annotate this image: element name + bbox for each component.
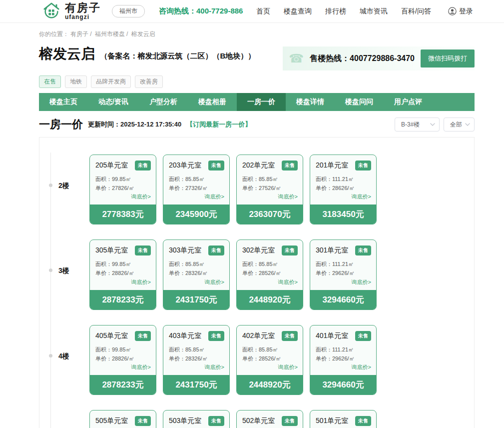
unit-meta: 面积：85.85㎡ 单价：27326/㎡: [169, 174, 224, 192]
unit-card[interactable]: 203单元室 未售 面积：85.85㎡ 单价：27326/㎡ 询底价> 2345…: [163, 154, 230, 224]
unit-card[interactable]: 403单元室 未售 面积：85.85㎡ 单价：28326/㎡ 询底价> 2431…: [163, 325, 230, 395]
inquiry-price-link[interactable]: 询底价>: [316, 278, 371, 286]
status-badge: 未售: [135, 331, 151, 341]
total-price: 3183450元: [310, 204, 376, 224]
unit-card-body: 205单元室 未售 面积：99.85㎡ 单价：27826/㎡ 询底价>: [90, 155, 156, 204]
tab-details[interactable]: 楼盘详情: [286, 93, 335, 111]
tab-qa[interactable]: 楼盘问问: [335, 93, 384, 111]
unit-card[interactable]: 502单元室 未售 面积：85.85㎡ 单价：28826/㎡ 询底价> 2474…: [236, 410, 303, 428]
tab-unit-price[interactable]: 一房一价: [237, 93, 286, 111]
total-price: 2878233元: [90, 375, 156, 394]
unit-price-value: 28526/㎡: [259, 356, 281, 362]
unit-price-value: 29626/㎡: [332, 270, 355, 276]
unit-price-value: 28326/㎡: [185, 356, 208, 362]
inquiry-price-link[interactable]: 询底价>: [242, 193, 298, 200]
status-select[interactable]: 全部: [444, 118, 475, 132]
unit-card[interactable]: 503单元室 未售 面积：85.85㎡ 单价：28626/㎡ 询底价> 2457…: [163, 410, 230, 428]
unit-price-value: 28826/㎡: [112, 270, 134, 276]
chevron-down-icon: [430, 123, 435, 126]
nav-ranking[interactable]: 排行榜: [325, 7, 346, 16]
subscribe-link[interactable]: 【订阅最新一房一价】: [186, 120, 251, 129]
unit-card[interactable]: 205单元室 未售 面积：99.85㎡ 单价：27826/㎡ 询底价> 2778…: [89, 154, 156, 224]
inquiry-price-link[interactable]: 询底价>: [169, 193, 224, 200]
nav-wiki-qa[interactable]: 百科/问答: [401, 7, 431, 16]
breadcrumb-home[interactable]: 有房子: [70, 30, 88, 38]
tab-floorplan[interactable]: 户型分析: [139, 93, 188, 111]
unit-card[interactable]: 305单元室 未售 面积：99.85㎡ 单价：28826/㎡ 询底价> 2878…: [89, 240, 156, 310]
nav-city-news[interactable]: 城市资讯: [360, 7, 388, 16]
breadcrumb-city-listings[interactable]: 福州市楼盘: [95, 30, 125, 38]
inquiry-price-link[interactable]: 询底价>: [169, 278, 224, 286]
login-label: 登录: [459, 7, 473, 16]
timeline-dot: [49, 184, 52, 187]
unit-card[interactable]: 505单元室 未售 面积：99.85㎡ 单价：29126/㎡ 询底价> 2908…: [89, 410, 156, 428]
floor-row: 3楼 305单元室 未售 面积：99.85㎡ 单价：28826/㎡ 询底价> 2…: [39, 240, 474, 310]
unit-name: 502单元室: [242, 416, 275, 426]
area-value: 99.85㎡: [112, 176, 131, 182]
unit-price-value: 28826/㎡: [112, 356, 134, 362]
inquiry-price-link[interactable]: 询底价>: [169, 364, 224, 371]
logo-title: 有房子: [65, 2, 101, 14]
inquiry-price-link[interactable]: 询底价>: [95, 364, 151, 371]
timeline-dot: [49, 268, 52, 272]
filters: B-3#楼 全部: [395, 118, 475, 132]
tab-news[interactable]: 动态/资讯: [88, 93, 139, 111]
floor-row: 5楼 505单元室 未售 面积：99.85㎡ 单价：29126/㎡ 询底价> 2…: [39, 410, 474, 428]
update-time-label: 更新时间：: [88, 120, 120, 128]
inquiry-price-link[interactable]: 询底价>: [95, 278, 151, 286]
unit-meta: 面积：85.85㎡ 单价：28526/㎡: [242, 260, 298, 278]
unit-price-label: 单价：: [169, 185, 185, 191]
unit-card[interactable]: 402单元室 未售 面积：85.85㎡ 单价：28526/㎡ 询底价> 2448…: [236, 325, 303, 395]
area-value: 85.85㎡: [259, 261, 278, 267]
unit-card-body: 202单元室 未售 面积：85.85㎡ 单价：27526/㎡ 询底价>: [237, 155, 303, 204]
wechat-scan-call-button[interactable]: 微信扫码拨打: [421, 50, 475, 68]
area-label: 面积：: [316, 176, 332, 182]
unit-price-label: 单价：: [242, 356, 259, 362]
breadcrumb-separator: /: [126, 30, 128, 38]
unit-card[interactable]: 401单元室 未售 面积：111.21㎡ 单价：29626/㎡ 询底价> 329…: [310, 325, 377, 395]
tag-brand-developer: 品牌开发商: [91, 76, 131, 88]
status-badge: 未售: [355, 331, 371, 341]
city-selector[interactable]: 福州市: [112, 5, 145, 18]
area-label: 面积：: [242, 261, 259, 267]
area-label: 面积：: [169, 176, 185, 182]
building-select[interactable]: B-3#楼: [395, 118, 440, 132]
top-nav: 首页 楼盘查询 排行榜 城市资讯 百科/问答: [256, 7, 431, 16]
inquiry-price-link[interactable]: 询底价>: [242, 278, 298, 286]
unit-card[interactable]: 201单元室 未售 面积：111.21㎡ 单价：28626/㎡ 询底价> 318…: [310, 154, 377, 224]
total-price: 3294660元: [310, 290, 376, 310]
floor-row: 4楼 405单元室 未售 面积：99.85㎡ 单价：28826/㎡ 询底价> 2…: [39, 325, 474, 395]
login-button[interactable]: 登录: [448, 7, 473, 16]
unit-name: 202单元室: [242, 161, 275, 170]
breadcrumb-current[interactable]: 榕发云启: [131, 30, 155, 38]
area-value: 85.85㎡: [259, 346, 278, 352]
sales-hotline-number: 4007729886-3470: [350, 54, 415, 62]
unit-price-label: 单价：: [95, 270, 112, 276]
unit-price-label: 单价：: [316, 270, 332, 276]
unit-price-label: 单价：: [169, 356, 185, 362]
unit-name: 405单元室: [95, 332, 128, 340]
unit-card[interactable]: 202单元室 未售 面积：85.85㎡ 单价：27526/㎡ 询底价> 2363…: [236, 154, 303, 224]
inquiry-price-link[interactable]: 询底价>: [316, 364, 371, 371]
unit-card[interactable]: 302单元室 未售 面积：85.85㎡ 单价：28526/㎡ 询底价> 2448…: [236, 240, 303, 310]
total-price: 2878233元: [90, 290, 156, 310]
inquiry-price-link[interactable]: 询底价>: [242, 364, 298, 371]
unit-price-value: 27826/㎡: [112, 185, 134, 191]
area-value: 99.85㎡: [112, 261, 131, 267]
unit-card[interactable]: 501单元室 未售 面积：111.21㎡ 单价：29926/㎡ 询底价> 332…: [310, 410, 377, 428]
nav-property-search[interactable]: 楼盘查询: [284, 7, 312, 16]
inquiry-price-link[interactable]: 询底价>: [95, 193, 151, 200]
floor-label: 3楼: [58, 266, 69, 276]
tab-album[interactable]: 楼盘相册: [188, 93, 237, 111]
unit-card-body: 302单元室 未售 面积：85.85㎡ 单价：28526/㎡ 询底价>: [237, 240, 303, 290]
tab-reviews[interactable]: 用户点评: [384, 93, 433, 111]
unit-card[interactable]: 301单元室 未售 面积：111.21㎡ 单价：29626/㎡ 询底价> 329…: [310, 240, 377, 310]
status-badge: 未售: [135, 246, 151, 256]
site-logo[interactable]: 有房子 ufangzi: [42, 1, 101, 22]
nav-home[interactable]: 首页: [256, 7, 270, 16]
unit-card[interactable]: 303单元室 未售 面积：85.85㎡ 单价：28326/㎡ 询底价> 2431…: [163, 240, 230, 310]
inquiry-price-link[interactable]: 询底价>: [316, 193, 371, 200]
section-title: 一房一价: [39, 117, 83, 132]
unit-card[interactable]: 405单元室 未售 面积：99.85㎡ 单价：28826/㎡ 询底价> 2878…: [89, 325, 156, 395]
tab-home[interactable]: 楼盘主页: [39, 93, 88, 111]
